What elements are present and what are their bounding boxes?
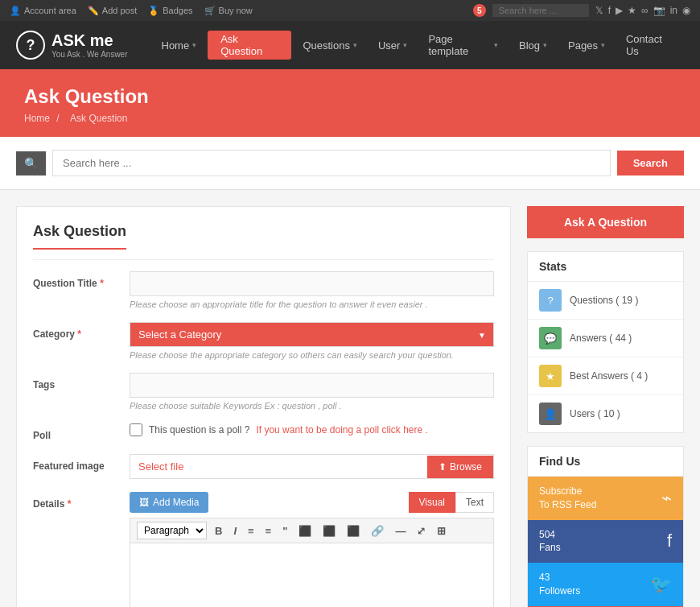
paragraph-select[interactable]: Paragraph	[137, 522, 207, 539]
twitter-item[interactable]: 43 Followers 🐦	[528, 563, 683, 606]
facebook-item[interactable]: 504 Fans f	[528, 520, 683, 564]
social-icons-bar: 𝕏 f ▶ ★ ∞ 📷 in ◉	[595, 5, 690, 16]
poll-field: This question is a poll ? If you want to…	[130, 423, 494, 436]
top-bar-right: 5 𝕏 f ▶ ★ ∞ 📷 in ◉	[473, 4, 690, 17]
badges-link[interactable]: 🏅 Badges	[148, 6, 192, 16]
top-search-input[interactable]	[492, 4, 589, 17]
category-hint: Please choose the appropriate category s…	[130, 350, 494, 360]
search-bar: 🔍 Search	[0, 137, 700, 190]
category-label: Category *	[33, 322, 121, 340]
nav-questions[interactable]: Questions ▾	[293, 21, 367, 69]
stats-users: 👤 Users ( 10 )	[528, 395, 683, 432]
fullscreen-button[interactable]: ⤢	[414, 523, 429, 539]
details-label: Details *	[33, 492, 121, 510]
nav-contact-us[interactable]: Contact Us	[616, 21, 684, 69]
bold-button[interactable]: B	[212, 523, 225, 539]
align-right-button[interactable]: ⬛	[344, 523, 363, 539]
questions-icon: ?	[539, 289, 562, 312]
facebook-icon[interactable]: f	[608, 5, 611, 16]
category-field: Select a Category Please choose the appr…	[130, 322, 494, 360]
youtube-icon[interactable]: ▶	[616, 5, 623, 16]
featured-image-label: Featured image	[33, 454, 121, 472]
poll-text: This question is a poll ?	[149, 424, 249, 436]
poll-checkbox[interactable]	[130, 423, 142, 436]
hero: Ask Question Home / Ask Question	[0, 69, 700, 137]
align-left-button[interactable]: ⬛	[295, 523, 315, 539]
details-field: 🖼 Add Media Visual Text Paragraph B I ≡	[130, 492, 494, 607]
pages-arrow: ▾	[601, 41, 605, 49]
badge-icon: 🏅	[148, 6, 159, 16]
hr-button[interactable]: —	[392, 523, 409, 539]
editor-toolbar: Paragraph B I ≡ ≡ " ⬛ ⬛ ⬛ 🔗 — ⤢ ⊞	[130, 518, 494, 543]
nav-ask-question[interactable]: Ask Question	[208, 31, 291, 60]
star-icon[interactable]: ★	[628, 5, 636, 16]
media-icon: 🖼	[139, 497, 149, 508]
category-select[interactable]: Select a Category	[130, 322, 494, 347]
account-area-link[interactable]: 👤 Account area	[10, 6, 76, 16]
breadcrumb-home[interactable]: Home	[24, 113, 50, 124]
stats-card: Stats ? Questions ( 19 ) 💬 Answers ( 44 …	[527, 251, 684, 433]
editor-area[interactable]: ⤡	[130, 543, 494, 607]
twitter-icon[interactable]: 𝕏	[595, 5, 603, 16]
question-title-row: Question Title * Please choose an approp…	[33, 271, 494, 309]
nav-user[interactable]: User ▾	[369, 21, 417, 69]
featured-image-row: Featured image Select file ⬆ Browse	[33, 454, 494, 479]
text-tab[interactable]: Text	[455, 492, 494, 513]
main-content: Ask Question Question Title * Please cho…	[0, 190, 700, 607]
find-us-card: Find Us Subscribe To RSS Feed ⌁ 504 Fans…	[527, 446, 684, 607]
blog-arrow: ▾	[543, 41, 547, 49]
category-wrap: Select a Category	[130, 322, 494, 347]
notification-badge[interactable]: 5	[473, 4, 486, 17]
flickr-icon[interactable]: ∞	[641, 5, 649, 16]
ask-question-form: Ask Question Question Title * Please cho…	[16, 206, 511, 607]
logo: ? ASK me You Ask . We Answer	[16, 31, 128, 60]
facebook-social-icon: f	[667, 531, 672, 551]
edit-icon: ✏️	[88, 6, 99, 16]
browse-button[interactable]: ⬆ Browse	[427, 456, 493, 478]
rss-icon[interactable]: ◉	[682, 5, 690, 16]
details-toolbar: 🖼 Add Media Visual Text	[130, 492, 494, 513]
hero-title: Ask Question	[24, 85, 676, 108]
align-center-button[interactable]: ⬛	[319, 523, 339, 539]
instagram-icon[interactable]: 📷	[653, 5, 665, 16]
fb-text: 504 Fans	[539, 528, 561, 555]
ul-button[interactable]: ≡	[245, 523, 257, 539]
question-title-input[interactable]	[130, 271, 494, 296]
italic-button[interactable]: I	[230, 523, 240, 539]
poll-label: Poll	[33, 423, 121, 441]
poll-link[interactable]: If you want to be doing a poll click her…	[256, 424, 427, 436]
tags-label: Tags	[33, 373, 121, 390]
search-button[interactable]: Search	[617, 151, 684, 175]
featured-image-wrap: Select file ⬆ Browse	[130, 454, 494, 479]
top-bar: 👤 Account area ✏️ Add post 🏅 Badges 🛒 Bu…	[0, 0, 700, 21]
form-title: Ask Question	[33, 223, 126, 250]
visual-tab[interactable]: Visual	[409, 492, 455, 513]
add-media-button[interactable]: 🖼 Add Media	[130, 492, 208, 513]
quote-button[interactable]: "	[279, 523, 290, 539]
tags-row: Tags Please choose suitable Keywords Ex …	[33, 373, 494, 411]
ol-button[interactable]: ≡	[262, 523, 275, 539]
stats-best-answers: ★ Best Answers ( 4 )	[528, 357, 683, 395]
top-bar-left: 👤 Account area ✏️ Add post 🏅 Badges 🛒 Bu…	[10, 6, 253, 16]
nav-page-template[interactable]: Page template ▾	[418, 21, 508, 69]
breadcrumb-current: Ask Question	[70, 113, 127, 124]
file-display: Select file	[130, 455, 427, 478]
rss-item[interactable]: Subscribe To RSS Feed ⌁	[528, 477, 683, 520]
question-title-hint: Please choose an appropriate title for t…	[130, 299, 494, 309]
logo-icon: ?	[16, 31, 45, 60]
nav-blog[interactable]: Blog ▾	[509, 21, 557, 69]
search-input[interactable]	[52, 150, 611, 176]
more-button[interactable]: ⊞	[434, 523, 449, 539]
search-icon: 🔍	[24, 157, 38, 170]
nav-pages[interactable]: Pages ▾	[558, 21, 615, 69]
view-tabs: Visual Text	[409, 492, 494, 513]
buy-now-link[interactable]: 🛒 Buy now	[204, 6, 253, 16]
linkedin-icon[interactable]: in	[670, 5, 677, 16]
add-post-link[interactable]: ✏️ Add post	[88, 6, 137, 16]
tags-input[interactable]	[130, 373, 494, 398]
rss-text: Subscribe To RSS Feed	[539, 485, 596, 512]
nav-home[interactable]: Home ▾	[152, 21, 207, 69]
ask-a-question-button[interactable]: Ask A Question	[527, 206, 684, 238]
link-button[interactable]: 🔗	[368, 523, 387, 539]
tags-field: Please choose suitable Keywords Ex : que…	[130, 373, 494, 411]
